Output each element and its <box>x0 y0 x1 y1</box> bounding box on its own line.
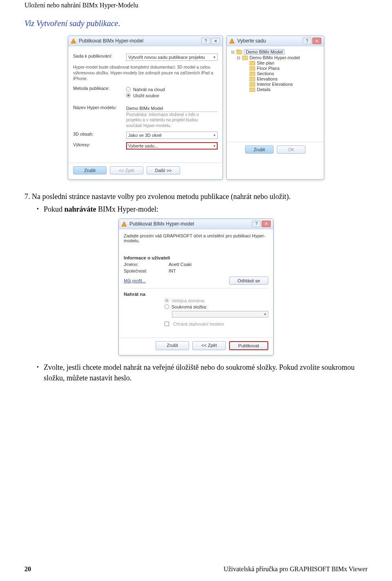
set-label: Sada k publikování: <box>73 54 122 58</box>
folder-icon <box>249 82 255 87</box>
svg-rect-6 <box>249 67 255 71</box>
method-opt2: Uložit soubor <box>133 93 159 98</box>
dialog1-titlebar[interactable]: Publikovat BIMx Hyper-model ? ✕ <box>68 36 223 46</box>
close-button[interactable]: ✕ <box>262 221 271 227</box>
radio-upload-cloud[interactable]: Nahrát na cloud <box>126 87 218 92</box>
intro-line: Viz Vytvoření sady publikace. <box>24 19 368 28</box>
name-input[interactable]: Demo BIMx Model <box>126 105 218 112</box>
tree-item-label: Demo BIMx Hyper-model <box>249 55 300 60</box>
tree-item-label: Floor Plans <box>257 66 280 71</box>
upload-opt1: Veřejná doména <box>172 298 204 303</box>
dialog-select-set: Vyberte sadu ? ✕ ⊟ Demo BIMx Model ⊟ Dem… <box>226 36 324 180</box>
dialog1-title: Publikovat BIMx Hyper-model <box>79 38 199 44</box>
help-button[interactable]: ? <box>303 38 312 44</box>
radio-save-file[interactable]: Uložit soubor <box>126 93 218 98</box>
company-label: Společnost: <box>124 268 165 273</box>
username-value: Anett Csaki <box>169 262 268 267</box>
folder-icon <box>249 87 255 92</box>
chevron-down-icon: ▾ <box>214 55 216 59</box>
protect-label: Chránit stahování heslem <box>173 322 224 326</box>
tree-item[interactable]: ⊟ Demo BIMx Hyper-model <box>236 55 320 60</box>
close-button[interactable]: ✕ <box>312 38 321 44</box>
tree-item[interactable]: Sections <box>242 71 320 76</box>
cancel-button[interactable]: Zrušit <box>156 341 189 350</box>
content3d-select[interactable]: Jako ve 3D okně ▾ <box>126 132 218 139</box>
upload-opt2: Soukromá složka: <box>172 304 207 309</box>
radio-icon <box>126 93 131 98</box>
set-select[interactable]: Vytvořit novou sadu publikace projektu ▾ <box>126 54 218 61</box>
svg-marker-11 <box>122 221 127 226</box>
tree-root[interactable]: ⊟ Demo BIMx Model <box>231 49 320 55</box>
content3d-value: Jako ve 3D okně <box>128 133 162 138</box>
close-button[interactable]: ✕ <box>211 38 220 44</box>
doc-title: Uživatelská příručka pro GRAPHISOFT BIMx… <box>223 565 368 573</box>
publish-button[interactable]: Publikovat <box>229 341 268 350</box>
help-button[interactable]: ? <box>252 221 261 227</box>
drawings-select[interactable]: Vyberte sadu... ▾ <box>126 142 218 150</box>
svg-rect-10 <box>249 88 255 92</box>
tree-item[interactable]: Floor Plans <box>242 66 320 71</box>
help-button[interactable]: ? <box>201 38 210 44</box>
app-icon <box>229 38 235 44</box>
dialog3-buttonbar: Zrušit << Zpět Publikovat <box>119 337 273 355</box>
cancel-button[interactable]: Zrušit <box>245 145 274 154</box>
profile-link[interactable]: Můj profil... <box>124 278 146 283</box>
radio-icon <box>165 298 169 303</box>
private-folder-select[interactable]: ▾ <box>172 311 268 317</box>
tree-item-label: Interior Elevations <box>257 82 293 87</box>
back-button[interactable]: << Zpět <box>110 166 143 174</box>
tree-item-label: Elevations <box>257 76 278 81</box>
logout-button[interactable]: Odhlásit se <box>229 277 268 285</box>
back-button[interactable]: << Zpět <box>192 341 226 350</box>
dialog3-intro: Zadejte prosím váš GRAPHISOFT účet a umí… <box>124 233 268 243</box>
tree-item-label: Sections <box>257 71 274 76</box>
cancel-button[interactable]: Zrušit <box>73 166 107 174</box>
dialog2-body: ⊟ Demo BIMx Model ⊟ Demo BIMx Hyper-mode… <box>227 46 324 136</box>
protect-checkbox-row[interactable]: Chránit stahování heslem <box>165 322 268 326</box>
dialog-publish-2: Publikovat BIMx Hyper-model ? ✕ Zadejte … <box>118 219 274 355</box>
dialog2-buttonbar: Zrušit OK <box>227 142 324 159</box>
bullet-choose-location: • Zvolte, jestli chcete model nahrát na … <box>37 362 368 383</box>
checkbox-icon <box>165 322 169 326</box>
tree-item[interactable]: Elevations <box>242 76 320 81</box>
collapse-icon[interactable]: ⊟ <box>231 50 235 54</box>
username-label: Jméno: <box>124 262 165 267</box>
intro-link[interactable]: Vytvoření sady publikace. <box>36 19 120 28</box>
dialog2-titlebar[interactable]: Vyberte sadu ? ✕ <box>227 36 324 46</box>
tree-item[interactable]: Site plan <box>242 60 320 65</box>
tree-item[interactable]: Interior Elevations <box>242 82 320 87</box>
page-header: Uložení nebo nahrání BIMx Hyper-Modelu <box>24 0 368 19</box>
drawings-label: Výkresy: <box>73 142 122 147</box>
next-button[interactable]: Další >> <box>147 166 180 174</box>
radio-public[interactable]: Veřejná doména <box>165 298 268 303</box>
svg-rect-9 <box>249 83 255 87</box>
company-value: INT <box>169 268 268 273</box>
bullet-icon: • <box>37 204 39 215</box>
app-icon <box>71 38 76 44</box>
folder-icon <box>249 60 255 65</box>
content3d-label: 3D obsah: <box>73 132 122 136</box>
svg-rect-4 <box>242 56 248 60</box>
tree-item[interactable]: Details <box>242 87 320 92</box>
user-heading: Informace o uživateli <box>124 255 268 260</box>
header-title: Uložení nebo nahrání BIMx Hyper-Modelu <box>24 2 138 9</box>
chevron-down-icon: ▾ <box>214 144 216 148</box>
dialog1-body: Sada k publikování: Vytvořit novou sadu … <box>68 46 223 157</box>
svg-rect-7 <box>249 72 255 76</box>
ok-button[interactable]: OK <box>277 145 305 154</box>
step-7-text: 7. Na poslední stránce nastavte volby pr… <box>24 191 368 202</box>
collapse-icon[interactable]: ⊟ <box>236 56 241 60</box>
method-opt1: Nahrát na cloud <box>133 87 165 92</box>
drawings-value: Vyberte sadu... <box>128 143 158 148</box>
bullet2-text: Zvolte, jestli chcete model nahrát na ve… <box>44 362 368 383</box>
dialog3-titlebar[interactable]: Publikovat BIMx Hyper-model ? ✕ <box>119 219 273 229</box>
name-note: Poznámka: Informace vložené v info o pro… <box>126 112 212 129</box>
page-number: 20 <box>24 565 31 573</box>
bullet-bold: nahráváte <box>64 205 96 213</box>
folder-icon <box>249 71 255 76</box>
radio-private[interactable]: Soukromá složka: <box>165 304 268 309</box>
dialog1-desc: Hyper-model bude obsahovat kompletní dok… <box>73 64 218 82</box>
method-label: Metoda publikace: <box>73 86 122 91</box>
folder-icon <box>236 49 242 54</box>
svg-rect-8 <box>249 77 255 81</box>
